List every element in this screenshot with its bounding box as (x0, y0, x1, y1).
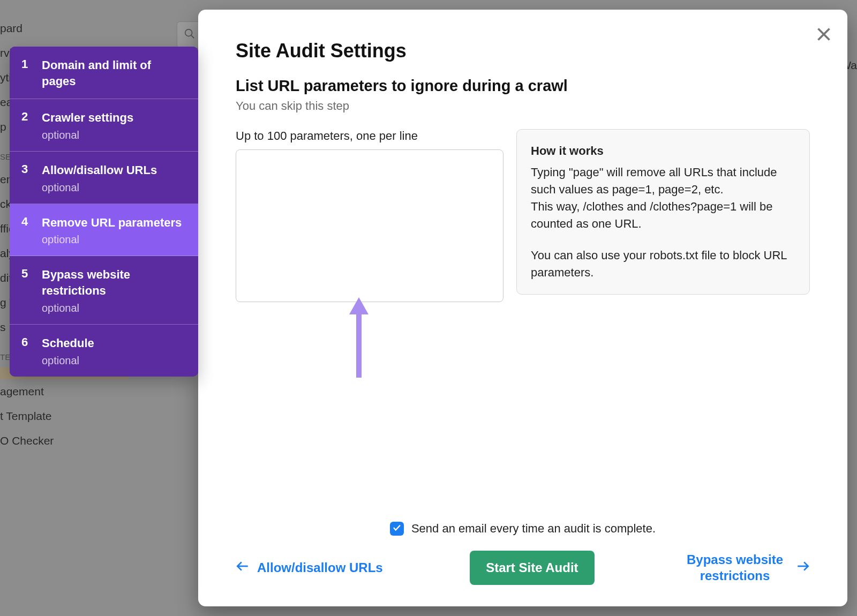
step-number: 6 (21, 335, 42, 349)
step-optional-label: optional (42, 129, 186, 141)
textarea-label: Up to 100 parameters, one per line (236, 129, 503, 143)
step-title: Remove URL parameters (42, 215, 186, 231)
email-checkbox-label: Send an email every time an audit is com… (411, 522, 656, 536)
section-heading: List URL parameters to ignore during a c… (236, 77, 810, 95)
info-title: How it works (531, 142, 795, 160)
step-number: 5 (21, 267, 42, 281)
settings-modal: Site Audit Settings List URL parameters … (198, 10, 847, 606)
step-number: 3 (21, 162, 42, 176)
step-title: Allow/disallow URLs (42, 162, 186, 178)
wizard-step-3[interactable]: 3Allow/disallow URLsoptional (10, 152, 198, 204)
info-paragraph-1: Typing "page" will remove all URLs that … (531, 164, 795, 232)
check-icon (392, 522, 402, 536)
email-notification-checkbox[interactable] (390, 522, 404, 536)
wizard-step-1[interactable]: 1Domain and limit of pages (10, 47, 198, 99)
next-button[interactable]: Bypass website restrictions (681, 552, 810, 584)
modal-title: Site Audit Settings (236, 40, 810, 62)
back-button-label: Allow/disallow URLs (257, 560, 383, 575)
wizard-step-4[interactable]: 4Remove URL parametersoptional (10, 204, 198, 257)
step-optional-label: optional (42, 234, 186, 246)
close-icon (814, 36, 833, 46)
svg-marker-7 (349, 297, 369, 314)
arrow-right-icon (796, 559, 810, 576)
step-optional-label: optional (42, 302, 186, 314)
wizard-step-sidebar: 1Domain and limit of pages2Crawler setti… (10, 47, 198, 377)
step-number: 4 (21, 215, 42, 229)
close-button[interactable] (814, 25, 833, 44)
step-title: Crawler settings (42, 110, 186, 126)
back-button[interactable]: Allow/disallow URLs (236, 559, 383, 576)
url-parameters-textarea[interactable] (236, 149, 503, 302)
annotation-arrow (343, 297, 375, 378)
wizard-step-6[interactable]: 6Scheduleoptional (10, 325, 198, 377)
section-subtext: You can skip this step (236, 99, 810, 113)
step-title: Domain and limit of pages (42, 57, 186, 89)
wizard-step-2[interactable]: 2Crawler settingsoptional (10, 99, 198, 152)
how-it-works-box: How it works Typing "page" will remove a… (516, 129, 810, 295)
step-optional-label: optional (42, 182, 186, 194)
wizard-step-5[interactable]: 5Bypass website restrictionsoptional (10, 256, 198, 324)
step-optional-label: optional (42, 355, 186, 367)
start-site-audit-button[interactable]: Start Site Audit (470, 551, 594, 585)
arrow-left-icon (236, 559, 250, 576)
next-button-label: Bypass website restrictions (681, 552, 788, 584)
step-number: 2 (21, 110, 42, 124)
step-number: 1 (21, 57, 42, 71)
step-title: Bypass website restrictions (42, 267, 186, 298)
info-paragraph-2: You can also use your robots.txt file to… (531, 247, 795, 281)
step-title: Schedule (42, 335, 186, 351)
